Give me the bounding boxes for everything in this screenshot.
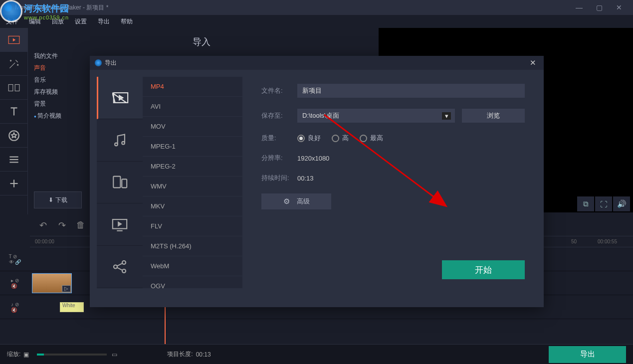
zoom-fit-icon[interactable]: ▣: [23, 351, 29, 358]
project-length-value: 00:13: [196, 351, 211, 358]
resolution-label: 分辨率:: [261, 154, 297, 163]
menu-export[interactable]: 导出: [98, 17, 110, 26]
export-format-column: MP4 AVI MOV MPEG-1 MPEG-2 WMV MKV FLV M2…: [143, 77, 242, 288]
watermark-text-2: www.pc0359.cn: [24, 14, 69, 20]
resolution-value: 1920x1080: [297, 155, 329, 162]
filename-label: 文件名:: [261, 86, 297, 95]
format-mpeg1[interactable]: MPEG-1: [143, 137, 242, 157]
category-devices[interactable]: [97, 162, 143, 204]
category-audio[interactable]: [97, 119, 143, 162]
tool-transitions[interactable]: [0, 76, 28, 100]
svg-marker-1: [13, 38, 15, 41]
saveto-label: 保存至:: [261, 111, 297, 120]
download-button[interactable]: 下载: [34, 191, 82, 208]
format-wmv[interactable]: WMV: [143, 177, 242, 196]
dialog-close-button[interactable]: ✕: [527, 57, 539, 69]
category-share[interactable]: [97, 246, 143, 288]
svg-marker-22: [118, 222, 121, 226]
start-button[interactable]: 开始: [442, 260, 525, 279]
zoom-wide-icon[interactable]: ▭: [112, 351, 117, 358]
tool-add[interactable]: [0, 172, 28, 195]
delete-button[interactable]: 🗑: [72, 216, 90, 234]
tool-more[interactable]: [0, 148, 28, 172]
fullscreen-icon[interactable]: ⛶: [595, 196, 612, 211]
quality-high-radio[interactable]: 高: [332, 134, 349, 143]
filename-input[interactable]: [297, 84, 525, 98]
transition-icon[interactable]: ▷: [62, 285, 71, 292]
svg-point-3: [17, 64, 18, 65]
quality-good-radio[interactable]: 良好: [297, 134, 321, 143]
export-settings-column: 文件名: 保存至: D:\tools\桌面 浏览 质量: 良好 高 最高 分辨率…: [242, 77, 537, 288]
sidebar-item-stock-video[interactable]: 库存视频: [34, 86, 82, 98]
format-mp4[interactable]: MP4: [143, 77, 242, 97]
zoom-label: 缩放:: [7, 350, 20, 359]
export-category-column: [97, 77, 143, 288]
svg-rect-4: [8, 84, 13, 91]
export-dialog: 导出 ✕ MP4 AVI MOV MPEG-1 MPEG-2 WMV MKV F…: [90, 56, 544, 307]
quality-best-radio[interactable]: 最高: [360, 134, 383, 143]
volume-icon[interactable]: 🔊: [613, 196, 630, 211]
preview-controls: ⧉ ⛶ 🔊: [576, 196, 630, 211]
audio-clip[interactable]: White: [60, 302, 84, 312]
undo-button[interactable]: ↶: [34, 216, 52, 234]
project-length-label: 项目长度:: [167, 350, 193, 359]
format-avi[interactable]: AVI: [143, 97, 242, 117]
format-flv[interactable]: FLV: [143, 216, 242, 236]
duration-value: 00:13: [297, 175, 314, 182]
quality-label: 质量:: [261, 134, 297, 143]
svg-line-27: [117, 267, 122, 270]
detach-icon[interactable]: ⧉: [577, 196, 594, 211]
sidebar-item-backgrounds[interactable]: 背景: [34, 98, 82, 110]
sidebar-item-music[interactable]: 音乐: [34, 74, 82, 86]
export-button[interactable]: 导出: [549, 346, 626, 363]
tool-filters[interactable]: [0, 52, 28, 76]
format-webm[interactable]: WebM: [143, 256, 242, 276]
menu-bar: 文件 编辑 回放 设置 导出 帮助: [0, 15, 633, 28]
tool-stickers[interactable]: [0, 124, 28, 148]
menu-settings[interactable]: 设置: [75, 17, 87, 26]
watermark-text-1: 河东软件园: [24, 2, 69, 14]
quality-good-label: 良好: [308, 134, 321, 143]
svg-rect-18: [113, 177, 120, 188]
sidebar-item-sounds[interactable]: 声音: [34, 62, 82, 74]
format-mpeg2[interactable]: MPEG-2: [143, 157, 242, 177]
svg-point-2: [10, 60, 11, 61]
category-video[interactable]: [97, 77, 143, 119]
svg-rect-19: [122, 180, 127, 188]
ruler-tick-50: 50: [571, 239, 577, 244]
close-button[interactable]: ✕: [609, 0, 629, 15]
menu-help[interactable]: 帮助: [121, 17, 133, 26]
svg-line-26: [117, 263, 122, 266]
maximize-button[interactable]: ▢: [589, 0, 609, 15]
svg-point-24: [122, 261, 126, 264]
title-track-head: T ⊘👁 🔗: [0, 247, 30, 271]
svg-rect-5: [15, 84, 19, 91]
watermark-overlay: 河东软件园 www.pc0359.cn: [0, 0, 69, 20]
sidebar-item-myfiles[interactable]: 我的文件: [34, 50, 82, 62]
sidebar-item-intro-video[interactable]: 简介视频: [34, 110, 82, 122]
format-ogv[interactable]: OGV: [143, 276, 242, 288]
svg-point-16: [115, 143, 118, 146]
redo-button[interactable]: ↷: [53, 216, 71, 234]
dialog-app-icon: [95, 59, 102, 66]
saveto-value: D:\tools\桌面: [302, 111, 339, 120]
category-tv[interactable]: [97, 203, 143, 246]
ruler-tick-55: 00:00:55: [598, 239, 617, 244]
quality-high-label: 高: [342, 134, 349, 143]
format-mkv[interactable]: MKV: [143, 196, 242, 216]
format-mov[interactable]: MOV: [143, 117, 242, 137]
minimize-button[interactable]: —: [569, 0, 589, 15]
browse-button[interactable]: 浏览: [462, 109, 525, 123]
video-clip[interactable]: ▷: [32, 273, 72, 293]
tool-import[interactable]: [0, 28, 28, 52]
watermark-logo-icon: [0, 0, 22, 22]
saveto-select[interactable]: D:\tools\桌面: [297, 109, 455, 123]
video-track-head: ▸ ⊘🔇: [0, 271, 30, 295]
svg-point-25: [122, 269, 126, 273]
advanced-button[interactable]: 高级: [261, 193, 331, 209]
tool-titles[interactable]: [0, 100, 28, 124]
format-m2ts[interactable]: M2TS (H.264): [143, 236, 242, 256]
svg-point-23: [114, 265, 117, 269]
quality-best-label: 最高: [370, 134, 383, 143]
zoom-slider[interactable]: [37, 354, 107, 356]
